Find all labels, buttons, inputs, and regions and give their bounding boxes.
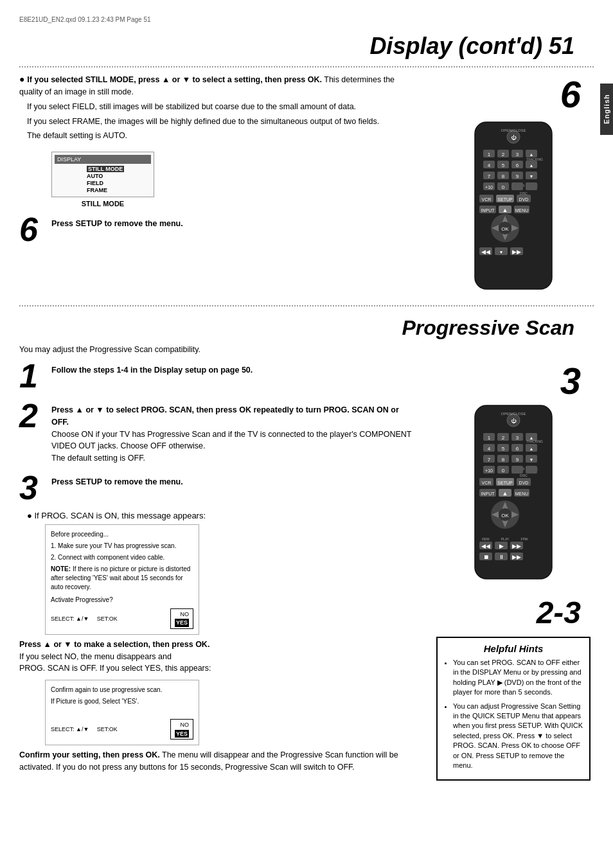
dialog2-no: NO: [175, 721, 189, 729]
still-mode-label2: [55, 173, 87, 179]
prog-step1-num: 1: [19, 359, 45, 393]
press-text-block: Press ▲ or ▼ to make a selection, then p…: [19, 639, 417, 675]
helpful-hints-title: Helpful Hints: [443, 643, 584, 654]
dialog1-note: NOTE: If there is no picture or picture …: [51, 565, 193, 592]
svg-text:⏻: ⏻: [511, 135, 517, 141]
dialog1-footer: SELECT: ▲/▼ SET:OK NO YES: [51, 608, 193, 629]
still-mode-row2: AUTO: [55, 173, 151, 179]
svg-rect-35: [511, 182, 523, 190]
still-mode-val3: FIELD: [87, 180, 103, 186]
svg-text:5: 5: [502, 446, 505, 452]
svg-text:◀◀: ◀◀: [481, 543, 490, 549]
default-text: The default setting is AUTO.: [19, 130, 414, 142]
prog-scan-title: Progressive Scan: [0, 316, 574, 340]
svg-text:3: 3: [516, 152, 519, 157]
page-title: Display (cont'd) 51: [0, 33, 574, 60]
right-step3-badge: 3: [433, 359, 594, 402]
svg-text:6: 6: [516, 163, 519, 168]
still-mode-val1: STILL MODE: [87, 166, 124, 172]
svg-text:▶▶: ▶▶: [512, 249, 521, 255]
still-mode-row3: FIELD: [55, 180, 151, 186]
svg-text:⏻: ⏻: [511, 418, 517, 424]
svg-text:DISC: DISC: [520, 474, 528, 477]
svg-text:OPEN/CLOSE: OPEN/CLOSE: [501, 128, 526, 132]
still-mode-diagram: DISPLAY STILL MODE AUTO FIELD FRAME: [51, 152, 154, 197]
svg-text:4: 4: [488, 446, 491, 452]
prog-step3-text-content: Press SETUP to remove the menu.: [51, 477, 183, 486]
svg-text:REW: REW: [482, 537, 490, 541]
dialog1-no: NO: [175, 610, 189, 619]
press-rest2: PROG. SCAN is OFF. If you select YES, th…: [19, 664, 211, 673]
dialog1-line3: 2. Connect with component video cable.: [51, 553, 193, 562]
svg-text:DVD: DVD: [519, 481, 529, 485]
step6-text-content: Press SETUP to remove the menu.: [51, 219, 183, 228]
svg-text:MENU: MENU: [515, 492, 529, 496]
press-rest1: If you select NO, the menu disappears an…: [19, 652, 172, 661]
english-tab: English: [600, 84, 613, 135]
prog-step2-num: 2: [19, 399, 45, 432]
svg-text:FPW: FPW: [520, 537, 528, 541]
still-mode-label1: [55, 166, 87, 172]
svg-text:OK: OK: [501, 513, 509, 518]
dialog1-note-label: NOTE:: [51, 565, 71, 572]
svg-text:SETUP: SETUP: [497, 481, 513, 485]
prog-scan-title-area: Progressive Scan: [0, 316, 613, 340]
page-title-area: Display (cont'd) 51: [0, 33, 613, 60]
svg-text:OK: OK: [501, 226, 509, 232]
still-mode-bullet: If you selected STILL MODE, press ▲ or ▼…: [19, 73, 414, 142]
still-mode-val4: FRAME: [87, 187, 107, 193]
dialog1-yes-no: NO YES: [170, 608, 193, 629]
svg-text:SETUP: SETUP: [497, 197, 513, 202]
svg-text:▼: ▼: [499, 250, 504, 254]
still-mode-bold: If you selected STILL MODE, press ▲ or ▼…: [27, 75, 322, 84]
prog-scan-steps: 1 Follow the steps 1-4 in the Display se…: [19, 359, 427, 781]
svg-text:VCR: VCR: [482, 481, 492, 485]
svg-rect-36: [526, 182, 537, 190]
page: E8E21UD_EN2.qxd 09.1.23 2:43 PM Page 51 …: [0, 0, 613, 868]
prog-step3-num: 3: [19, 471, 45, 504]
prog-scan-right-col: 3 ⏻ OPEN/CLOSE 1 2 3: [427, 359, 594, 781]
svg-text:+10: +10: [485, 468, 493, 473]
dialog1-question: Activate Progressive?: [51, 596, 193, 605]
confirm-text-block: Confirm your setting, then press OK. The…: [19, 749, 417, 774]
svg-text:▼: ▼: [529, 174, 534, 179]
dialog1-set-text: SET:OK: [97, 616, 118, 622]
display-section: If you selected STILL MODE, press ▲ or ▼…: [0, 73, 613, 299]
svg-text:5: 5: [502, 163, 505, 168]
svg-text:⏹: ⏹: [483, 554, 489, 560]
header-meta: E8E21UD_EN2.qxd 09.1.23 2:43 PM Page 51: [0, 13, 613, 26]
svg-text:2: 2: [502, 435, 505, 441]
svg-text:9: 9: [516, 173, 519, 179]
prog-step3: 3 Press SETUP to remove the menu.: [19, 471, 417, 504]
prog-scan-layout: 1 Follow the steps 1-4 in the Display se…: [0, 359, 613, 781]
remote-prog: ⏻ OPEN/CLOSE 1 2 3 ▲ 4 5: [459, 402, 568, 595]
prog-step1-text-content: Follow the steps 1-4 in the Display setu…: [51, 366, 253, 375]
dialog2-yes: YES: [175, 730, 189, 738]
svg-text:TRACKING: TRACKING: [526, 439, 543, 443]
svg-text:1: 1: [488, 152, 491, 157]
svg-text:▲: ▲: [529, 152, 534, 157]
svg-text:4: 4: [488, 163, 491, 168]
svg-text:7: 7: [488, 173, 491, 179]
svg-text:▼: ▼: [529, 457, 534, 462]
svg-text:VCR: VCR: [482, 197, 492, 202]
svg-text:2: 2: [502, 152, 505, 157]
svg-text:7: 7: [488, 457, 491, 463]
dialog2-select: SELECT: ▲/▼ SET:OK: [51, 725, 118, 734]
still-mode-row1: STILL MODE: [55, 166, 151, 172]
frame-text: If you select FRAME, the images will be …: [19, 116, 414, 128]
svg-rect-98: [511, 466, 523, 474]
dialog2-box: Confirm again to use progressive scan. I…: [45, 680, 199, 745]
dialog1-note-text: If there is no picture or picture is dis…: [51, 565, 190, 590]
dialog2-select-text: SELECT: ▲/▼: [51, 726, 89, 732]
dialog1-yes: YES: [175, 619, 189, 627]
still-mode-val2: AUTO: [87, 173, 103, 179]
svg-text:▶: ▶: [499, 543, 504, 549]
still-mode-text: If you selected STILL MODE, press ▲ or ▼…: [19, 73, 414, 98]
svg-text:INPUT: INPUT: [481, 208, 495, 213]
dialog2-yes-no: NO YES: [170, 719, 193, 740]
dialog2-line1: Confirm again to use progressive scan.: [51, 686, 193, 695]
svg-text:+10: +10: [485, 185, 493, 190]
svg-text:⏸: ⏸: [499, 554, 504, 560]
svg-text:DISC: DISC: [520, 191, 528, 195]
